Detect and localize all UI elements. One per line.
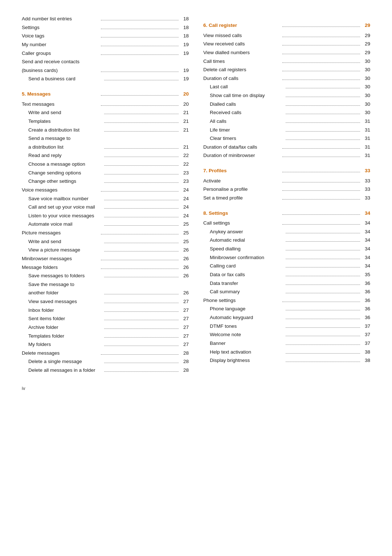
toc-entry: Add number list entries18 bbox=[22, 15, 189, 23]
toc-entry: Send a business card19 bbox=[22, 74, 189, 83]
toc-page-number: 22 bbox=[180, 151, 189, 160]
toc-label: Set a timed profile bbox=[203, 194, 281, 202]
toc-page-number: 22 bbox=[180, 160, 189, 169]
toc-label: 8. Settings bbox=[203, 209, 281, 218]
toc-page-number: 31 bbox=[361, 126, 370, 134]
toc-entry: Speed dialling34 bbox=[203, 245, 370, 253]
toc-entry: DTMF tones37 bbox=[203, 322, 370, 331]
toc-page-number: 18 bbox=[180, 15, 189, 23]
toc-dots bbox=[286, 285, 360, 285]
toc-entry: Delete messages 28 bbox=[22, 349, 189, 358]
toc-dots bbox=[286, 140, 360, 140]
toc-entry: Duration of calls30 bbox=[203, 74, 370, 83]
toc-page-number: 28 bbox=[180, 349, 189, 358]
toc-label: Message folders bbox=[22, 263, 100, 272]
toc-page-number: 27 bbox=[180, 297, 189, 306]
toc-label: Banner bbox=[210, 339, 285, 348]
toc-dots bbox=[104, 303, 179, 303]
toc-page-number: 24 bbox=[180, 194, 189, 203]
toc-dots bbox=[101, 260, 179, 260]
toc-entry: (business cards)19 bbox=[22, 66, 189, 75]
toc-entry: Archive folder27 bbox=[22, 323, 189, 332]
toc-label: Automate voice mail bbox=[28, 220, 103, 229]
toc-page-number: 27 bbox=[180, 323, 189, 332]
toc-dots bbox=[282, 80, 360, 80]
toc-entry: Received calls30 bbox=[203, 108, 370, 117]
toc-entry: Sent items folder27 bbox=[22, 314, 189, 323]
toc-dots bbox=[282, 302, 360, 302]
toc-page-number: 26 bbox=[180, 263, 189, 272]
toc-label: Call times bbox=[203, 57, 281, 66]
toc-label: View dialled numbers bbox=[203, 48, 281, 57]
toc-page-number: 30 bbox=[361, 100, 370, 109]
toc-page-number: 18 bbox=[180, 23, 189, 32]
toc-dots bbox=[101, 46, 179, 46]
toc-label: Read and reply bbox=[28, 151, 103, 160]
toc-page-number: 18 bbox=[180, 32, 189, 40]
toc-dots bbox=[101, 191, 179, 192]
toc-entry: Read and reply22 bbox=[22, 151, 189, 160]
toc-dots bbox=[282, 224, 360, 225]
toc-dots bbox=[101, 72, 179, 72]
toc-label: Change sending options bbox=[28, 169, 103, 177]
toc-page-number: 24 bbox=[180, 203, 189, 211]
toc-label: Automatic keyguard bbox=[210, 313, 285, 322]
toc-label: View a picture message bbox=[28, 246, 103, 254]
toc-label: Last call bbox=[210, 82, 285, 91]
toc-label: Data transfer bbox=[210, 279, 285, 288]
toc-dots bbox=[282, 27, 360, 27]
toc-entry: Delete call registers 30 bbox=[203, 65, 370, 74]
toc-dots bbox=[104, 277, 179, 277]
toc-entry: Voice messages24 bbox=[22, 186, 189, 194]
toc-page-number: 37 bbox=[361, 339, 370, 348]
toc-dots bbox=[286, 241, 360, 242]
toc-dots bbox=[282, 63, 360, 63]
toc-entry: Minibrowser messages26 bbox=[22, 254, 189, 263]
toc-entry: Dialled calls 30 bbox=[203, 100, 370, 109]
toc-page-number: 24 bbox=[180, 211, 189, 220]
toc-entry: Personalise a profile 33 bbox=[203, 185, 370, 194]
toc-dots bbox=[286, 319, 360, 319]
toc-dots bbox=[286, 293, 360, 293]
toc-page-number: 23 bbox=[180, 169, 189, 177]
toc-entry: Automatic redial 34 bbox=[203, 236, 370, 245]
toc-label: a distribution list bbox=[28, 143, 103, 152]
toc-page-number: 21 bbox=[180, 108, 189, 117]
toc-label: Life timer bbox=[210, 126, 285, 134]
toc-label: Anykey answer bbox=[210, 227, 285, 236]
toc-entry: Phone settings36 bbox=[203, 296, 370, 305]
toc-dots bbox=[286, 97, 360, 97]
toc-label: Call and set up your voice mail bbox=[28, 203, 103, 211]
toc-entry: Last call30 bbox=[203, 82, 370, 91]
toc-label: Received calls bbox=[210, 108, 285, 117]
toc-entry: Data or fax calls 35 bbox=[203, 270, 370, 279]
toc-entry: All calls31 bbox=[203, 117, 370, 126]
toc-label: Write and send bbox=[28, 237, 103, 246]
toc-entry: Settings18 bbox=[22, 23, 189, 32]
toc-label: Settings bbox=[22, 23, 100, 32]
toc-label: Add number list entries bbox=[22, 15, 100, 23]
toc-page-number: 30 bbox=[361, 74, 370, 83]
toc-label: DTMF tones bbox=[210, 322, 285, 331]
toc-page-number: 19 bbox=[180, 66, 189, 75]
toc-entry: Call settings 34 bbox=[203, 219, 370, 227]
toc-dots bbox=[286, 353, 360, 354]
toc-label: Picture messages bbox=[22, 229, 100, 237]
toc-entry: Message folders26 bbox=[22, 263, 189, 272]
toc-dots bbox=[101, 105, 179, 106]
toc-page-number: 20 bbox=[180, 90, 189, 98]
toc-dots bbox=[101, 354, 179, 355]
toc-label: Delete call registers bbox=[203, 65, 281, 74]
toc-label: Text messages bbox=[22, 100, 100, 109]
toc-entry: Change sending options 23 bbox=[22, 169, 189, 177]
toc-dots bbox=[282, 199, 360, 200]
toc-entry: Create a distribution list21 bbox=[22, 126, 189, 134]
toc-label: Speed dialling bbox=[210, 245, 285, 253]
toc-entry: Data transfer36 bbox=[203, 279, 370, 288]
toc-entry: Help text activation 38 bbox=[203, 348, 370, 356]
toc-dots bbox=[104, 346, 179, 346]
toc-dots bbox=[104, 182, 179, 183]
toc-dots bbox=[104, 122, 179, 123]
toc-entry: Write and send 25 bbox=[22, 237, 189, 246]
toc-label: Delete all messages in a folder bbox=[28, 366, 103, 375]
